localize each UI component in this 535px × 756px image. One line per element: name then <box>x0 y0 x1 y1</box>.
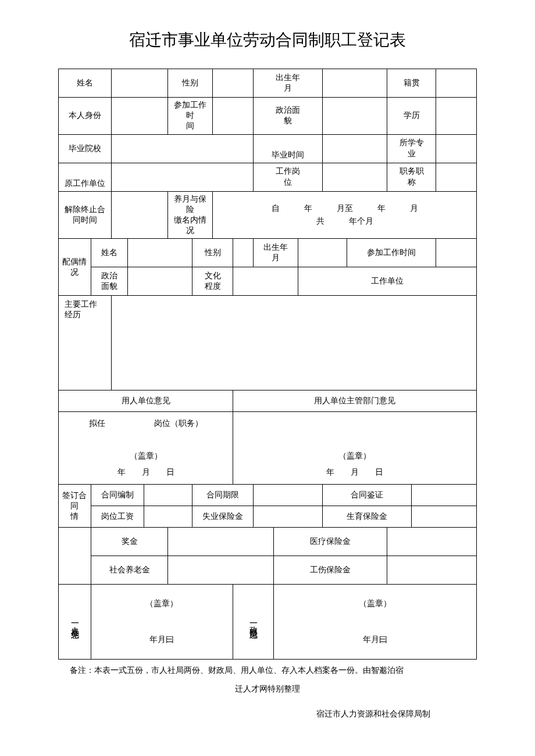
field-major[interactable] <box>436 134 477 163</box>
field-term[interactable] <box>111 191 168 239</box>
field-unit-opinion[interactable]: 拟任 岗位（职务） （盖章） 年 月 日 <box>59 412 233 485</box>
field-hr-opinion[interactable]: （盖章） 年月曰 <box>91 585 233 660</box>
label-id: 本人身份 <box>59 98 112 135</box>
label-contract: 签订合同 情 <box>59 485 91 528</box>
label-gradtime: 毕业时间 <box>254 134 323 163</box>
label-spouse-political: 政治 面貌 <box>91 267 127 296</box>
field-prev-unit[interactable] <box>111 163 253 191</box>
label-cunemp: 失业保险金 <box>192 506 254 528</box>
label-fin-opinion: 一政部门意见 <box>233 585 274 660</box>
field-workstart[interactable] <box>213 98 254 135</box>
label-cbonus: 奖金 <box>91 528 168 556</box>
registration-table: 姓名 性别 出生年 月 籍贯 本人身份 参加工作时 间 政治面 貌 学历 毕业院… <box>58 69 477 660</box>
label-spouse-edu: 文化 程度 <box>192 267 233 296</box>
field-gradtime[interactable] <box>322 134 387 163</box>
label-prev-unit: 原工作单位 <box>59 163 112 191</box>
label-cmed: 医疗保险金 <box>273 528 387 556</box>
label-cinjury: 工伤保险金 <box>273 556 387 585</box>
field-native[interactable] <box>436 69 477 98</box>
field-insurance[interactable]: 自 年 月至 年 月 共 年个月 <box>213 191 477 239</box>
field-cunemp[interactable] <box>254 506 323 528</box>
field-fin-opinion[interactable]: （盖章） 年月曰 <box>273 585 476 660</box>
footer-note-1: 备注：本表一式五份，市人社局两份、财政局、用人单位、存入本人档案各一份。由智邈泊… <box>70 663 465 678</box>
field-political[interactable] <box>322 98 387 135</box>
label-school: 毕业院校 <box>59 134 112 163</box>
field-post[interactable] <box>322 163 387 191</box>
label-spouse: 配偶情 况 <box>59 239 91 296</box>
field-spouse-political[interactable] <box>127 267 192 296</box>
field-cmed[interactable] <box>387 528 477 556</box>
label-name: 姓名 <box>59 69 112 98</box>
field-spouse-name[interactable] <box>127 239 192 267</box>
label-sex: 性别 <box>168 69 213 98</box>
field-school[interactable] <box>111 134 253 163</box>
field-edu[interactable] <box>436 98 477 135</box>
label-spouse-name: 姓名 <box>91 239 127 267</box>
field-cinjury[interactable] <box>387 556 477 585</box>
label-spouse-sex: 性别 <box>192 239 233 267</box>
field-cbirth[interactable] <box>412 506 477 528</box>
field-spouse-sex[interactable] <box>233 239 254 267</box>
field-cbonus[interactable] <box>168 528 273 556</box>
footer-note-3: 宿迁市人力资源和社会保障局制 <box>70 707 465 721</box>
label-insurance: 养月与保险 缴名内情况 <box>168 191 213 239</box>
label-major: 所学专 业 <box>387 134 436 163</box>
field-cauth[interactable] <box>412 485 477 506</box>
field-sex[interactable] <box>213 69 254 98</box>
field-id[interactable] <box>111 98 168 135</box>
footer-note-2: 迁人才网特别整理 <box>70 682 465 696</box>
label-term: 解除终止合 同时间 <box>59 191 112 239</box>
label-post: 工作岗 位 <box>254 163 323 191</box>
field-spouse-birth[interactable] <box>298 239 347 267</box>
label-cbirth: 生育保险金 <box>322 506 412 528</box>
page-title: 宿迁市事业单位劳动合同制职工登记表 <box>58 29 477 51</box>
label-cno: 合同编制 <box>91 485 144 506</box>
field-cterm[interactable] <box>254 485 323 506</box>
field-cno[interactable] <box>144 485 192 506</box>
field-name[interactable] <box>111 69 168 98</box>
label-political: 政治面 貌 <box>254 98 323 135</box>
field-birth[interactable] <box>322 69 387 98</box>
label-edu: 学历 <box>387 98 436 135</box>
field-dept-opinion[interactable]: （盖章） 年 月 日 <box>233 412 477 485</box>
label-hr-opinion: 一人社局意见 <box>59 585 91 660</box>
label-dept-opinion: 用人单位主管部门意见 <box>233 390 477 412</box>
field-cpension[interactable] <box>168 556 273 585</box>
label-cwage: 岗位工资 <box>91 506 144 528</box>
contract-blank <box>59 528 91 585</box>
label-workstart: 参加工作时 间 <box>168 98 213 135</box>
label-spouse-workstart: 参加工作时间 <box>347 239 436 267</box>
label-work-hist: 主要工作经历 <box>59 296 112 390</box>
label-cauth: 合同鉴证 <box>322 485 412 506</box>
label-native: 籍贯 <box>387 69 436 98</box>
label-cpension: 社会养老金 <box>91 556 168 585</box>
field-cwage[interactable] <box>144 506 192 528</box>
field-title[interactable] <box>436 163 477 191</box>
label-spouse-unit: 工作单位 <box>298 267 476 296</box>
label-spouse-birth: 出生年 月 <box>254 239 298 267</box>
field-spouse-workstart[interactable] <box>436 239 477 267</box>
field-work-hist[interactable] <box>111 296 476 390</box>
label-cterm: 合同期限 <box>192 485 254 506</box>
label-unit-opinion: 用人单位意见 <box>59 390 233 412</box>
label-title: 职务职 称 <box>387 163 436 191</box>
field-spouse-edu[interactable] <box>233 267 298 296</box>
label-birth: 出生年 月 <box>254 69 323 98</box>
